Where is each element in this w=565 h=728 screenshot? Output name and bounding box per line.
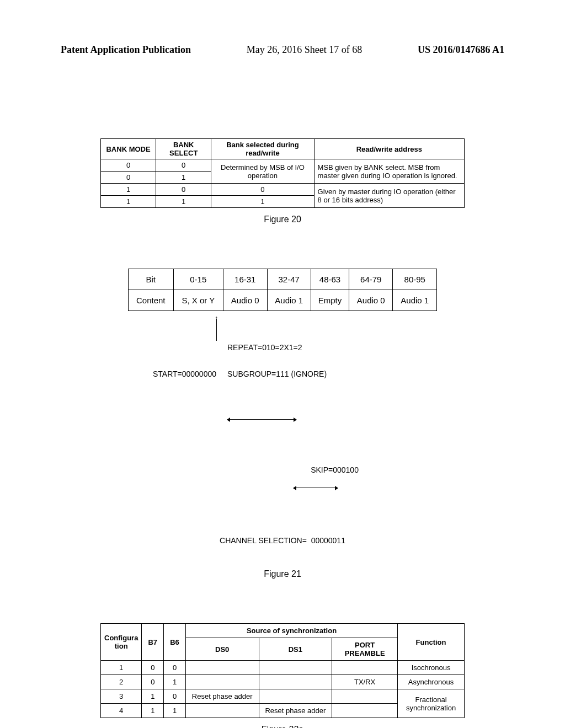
page-header: Patent Application Publication May 26, 2… [61,0,504,56]
fig22-cell: 1 [142,689,164,704]
fig22-cell: Fractional synchronization [398,689,465,718]
fig20-cell: 0 [156,159,211,172]
fig22-cell: 1 [164,675,186,689]
header-center: May 26, 2016 Sheet 17 of 68 [247,44,362,56]
figure-20-caption: Figure 20 [61,215,504,224]
fig20-cell: 1 [101,196,156,208]
fig22-cell [185,661,259,675]
fig20-cell: 0 [101,172,156,184]
fig21-channel: CHANNEL SELECTION= 00000011 [128,536,437,545]
fig22-th: DS1 [259,638,332,661]
fig20-cell: 0 [101,159,156,172]
fig22-th: Configura tion [101,624,142,661]
fig22-th: Source of synchronization [185,624,397,638]
fig22-cell: 0 [142,675,164,689]
fig20-th-rw: Read/write address [314,139,464,159]
fig22-th: B6 [164,624,186,661]
fig22-cell: Reset phase adder [259,704,332,718]
fig22-cell: 1 [142,704,164,718]
fig20-cell: 1 [156,172,211,184]
fig22-cell: 1 [164,704,186,718]
fig22-cell [332,704,398,718]
fig22-cell: 4 [101,704,142,718]
fig21-cell: Audio 0 [349,290,393,311]
fig20-cell: 0 [211,184,314,196]
fig21-start: START=00000000 [128,370,222,378]
fig22-cell: Reset phase adder [185,689,259,704]
fig21-cell: 0-15 [173,269,223,290]
fig20-cell: MSB given by BANK select. MSB from maste… [314,159,464,184]
fig21-skip: SKIP=000100 [311,465,359,474]
header-left: Patent Application Publication [61,44,191,56]
figure-22a-caption: Figure 22a [61,725,504,728]
fig21-annotations: REPEAT=010=2X1=2 START=00000000 SUBGROUP… [128,317,437,563]
fig22-cell: Isochronous [398,661,465,675]
fig21-cell: Audio 1 [393,290,437,311]
fig22-cell [259,661,332,675]
fig22-th: DS0 [185,638,259,661]
fig22-cell [259,675,332,689]
fig22-th: PORT PREAMBLE [332,638,398,661]
fig22-cell [259,689,332,704]
bracket-icon [216,319,217,341]
fig22-cell [332,661,398,675]
fig21-cell: 80-95 [393,269,437,290]
fig20-cell: Determined by MSB of I/O operation [211,159,314,184]
figure-20-table: BANK MODE BANK SELECT Bank selected duri… [100,138,465,208]
figure-21-caption: Figure 21 [128,569,437,579]
fig21-label: Bit [129,269,174,290]
header-right: US 2016/0147686 A1 [418,44,504,56]
fig21-subgroup: SUBGROUP=111 (IGNORE) [222,370,327,378]
double-arrow-icon [227,414,296,421]
fig20-th-selected: Bank selected during read/write [211,139,314,159]
fig21-label: Content [129,290,174,311]
figure-21-block: Bit 0-15 16-31 32-47 48-63 64-79 80-95 C… [128,269,437,579]
fig20-cell: 1 [101,184,156,196]
figure-21-table: Bit 0-15 16-31 32-47 48-63 64-79 80-95 C… [128,269,437,311]
fig21-cell: S, X or Y [173,290,223,311]
fig21-cell: Audio 1 [267,290,311,311]
fig21-cell: Empty [311,290,349,311]
fig20-cell: 0 [156,184,211,196]
fig21-cell: 16-31 [223,269,267,290]
fig21-cell: 64-79 [349,269,393,290]
fig22-cell: 1 [101,661,142,675]
fig22-cell [185,704,259,718]
fig20-th-banksel: BANK SELECT [156,139,211,159]
fig22-cell: 2 [101,675,142,689]
double-arrow-icon [294,482,338,490]
fig21-repeat: REPEAT=010=2X1=2 [222,343,302,352]
fig22-cell: 3 [101,689,142,704]
fig20-cell: 1 [156,196,211,208]
fig22-cell [185,675,259,689]
fig21-cell: 48-63 [311,269,349,290]
fig20-th-bankmode: BANK MODE [101,139,156,159]
page: Patent Application Publication May 26, 2… [0,0,565,728]
figure-22a-table: Configura tion B7 B6 Source of synchroni… [100,623,465,718]
fig22-cell [332,689,398,704]
fig21-cell: Audio 0 [223,290,267,311]
fig22-cell: 0 [142,661,164,675]
fig22-cell: 0 [164,661,186,675]
fig22-cell: TX/RX [332,675,398,689]
fig22-th: Function [398,624,465,661]
fig21-cell: 32-47 [267,269,311,290]
fig22-th: B7 [142,624,164,661]
fig22-cell: Asynchronous [398,675,465,689]
fig20-cell: Given by master during IO operation (eit… [314,184,464,208]
fig20-cell: 1 [211,196,314,208]
fig22-cell: 0 [164,689,186,704]
